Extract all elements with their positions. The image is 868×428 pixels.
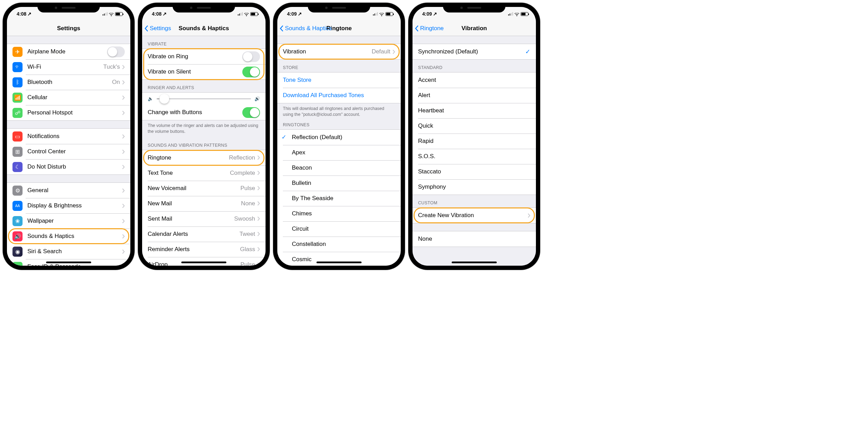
ringtone-constellation[interactable]: ✓ Constellation	[277, 237, 401, 252]
row-value: Complete	[230, 170, 255, 177]
back-label: Settings	[150, 25, 171, 32]
ringtone-by-the-seaside[interactable]: ✓ By The Seaside	[277, 191, 401, 206]
change-with-buttons-toggle[interactable]	[242, 107, 260, 118]
notch	[37, 3, 100, 12]
vibration-alert[interactable]: Alert	[413, 88, 536, 103]
display-icon: AA	[12, 201, 23, 211]
back-button[interactable]: Sounds & Haptics	[279, 25, 332, 32]
location-icon: ↗	[433, 11, 437, 17]
cc-icon: ⊞	[12, 147, 23, 157]
row-airplane-mode[interactable]: ✈ Airplane Mode	[7, 44, 130, 59]
location-icon: ↗	[27, 11, 32, 17]
none-row[interactable]: None	[413, 231, 536, 247]
row-label: Accent	[418, 77, 530, 84]
ringtone-cosmic[interactable]: ✓ Cosmic	[277, 252, 401, 266]
synchronized-row[interactable]: Synchronized (Default) ✓	[413, 44, 536, 59]
row-label: Circuit	[292, 225, 395, 232]
row-label: Heartbeat	[418, 107, 530, 114]
ringtone-circuit[interactable]: ✓ Circuit	[277, 221, 401, 237]
back-button[interactable]: Ringtone	[415, 25, 444, 32]
vibration-quick[interactable]: Quick	[413, 118, 536, 134]
battery-icon	[521, 12, 528, 16]
row-wi-fi[interactable]: ᯤ Wi-FiTuck's	[7, 59, 130, 75]
row-link: Tone Store	[283, 77, 395, 84]
vibration-row[interactable]: Vibration Default	[277, 44, 401, 59]
row-general[interactable]: ⚙ General	[7, 183, 130, 198]
ringer-volume-slider[interactable]: 🔈 🔊	[142, 93, 266, 105]
row-label: By The Seaside	[292, 195, 395, 202]
row-bluetooth[interactable]: ᛒ BluetoothOn	[7, 75, 130, 90]
row-wallpaper[interactable]: ❀ Wallpaper	[7, 213, 130, 229]
toggle[interactable]	[242, 51, 260, 62]
back-button[interactable]: Settings	[144, 25, 171, 32]
ringtone-bulletin[interactable]: ✓ Bulletin	[277, 176, 401, 191]
notif-icon: ▭	[12, 131, 23, 142]
row-reminder-alerts[interactable]: Reminder Alerts Glass	[142, 242, 266, 257]
row-calendar-alerts[interactable]: Calendar Alerts Tweet	[142, 226, 266, 242]
toggle[interactable]	[242, 67, 260, 77]
ringtone-apex[interactable]: ✓ Apex	[277, 145, 401, 160]
settings-list[interactable]: Synchronized (Default) ✓ STANDARD Accent…	[413, 36, 536, 266]
vibration-rapid[interactable]: Rapid	[413, 134, 536, 149]
row-control-center[interactable]: ⊞ Control Center	[7, 144, 130, 159]
row-link: Download All Purchased Tones	[283, 92, 395, 99]
row-sounds-haptics[interactable]: 🔊 Sounds & Haptics	[7, 229, 130, 244]
row-label: Constellation	[292, 241, 395, 248]
checkmark-icon: ✓	[525, 48, 530, 55]
airplane-mode-toggle[interactable]	[107, 46, 125, 57]
row-label: Alert	[418, 92, 530, 99]
chevron-right-icon	[122, 188, 125, 193]
home-indicator[interactable]	[46, 262, 91, 263]
vibration-heartbeat[interactable]: Heartbeat	[413, 103, 536, 118]
row-tone-store[interactable]: Tone Store	[277, 72, 401, 88]
row-new-voicemail[interactable]: New Voicemail Pulse	[142, 181, 266, 196]
home-indicator[interactable]	[316, 262, 362, 263]
notch	[308, 3, 370, 12]
row-text-tone[interactable]: Text Tone Complete	[142, 165, 266, 181]
chevron-right-icon	[122, 111, 125, 115]
change-with-buttons-row[interactable]: Change with Buttons	[142, 105, 266, 120]
status-time: 4:08	[152, 11, 162, 17]
chevron-right-icon	[528, 213, 530, 218]
row-do-not-disturb[interactable]: ☾ Do Not Disturb	[7, 159, 130, 174]
vibration-staccato[interactable]: Staccato	[413, 164, 536, 179]
row-label: Vibration	[283, 48, 372, 55]
settings-list[interactable]: Vibration Default STORE Tone Store Downl…	[277, 36, 401, 266]
chevron-right-icon	[257, 232, 260, 236]
chevron-right-icon	[122, 165, 125, 169]
row-vibrate-on-ring[interactable]: Vibrate on Ring	[142, 49, 266, 64]
nav-bar: Settings Sounds & Haptics	[142, 21, 266, 36]
create-new-vibration-row[interactable]: Create New Vibration	[413, 208, 536, 223]
bluetooth-icon: ᛒ	[12, 77, 23, 87]
row-ringtone[interactable]: Ringtone Reflection	[142, 150, 266, 165]
ringtone-reflection-default-[interactable]: ✓ Reflection (Default)	[277, 130, 401, 145]
row-value: Tuck's	[103, 63, 120, 70]
row-download-all-purchased-tones[interactable]: Download All Purchased Tones	[277, 88, 401, 103]
ringtone-beacon[interactable]: ✓ Beacon	[277, 160, 401, 176]
ringtone-chimes[interactable]: ✓ Chimes	[277, 206, 401, 221]
battery-icon	[115, 12, 123, 16]
row-siri-search[interactable]: ◉ Siri & Search	[7, 244, 130, 259]
row-notifications[interactable]: ▭ Notifications	[7, 129, 130, 144]
row-display-brightness[interactable]: AA Display & Brightness	[7, 198, 130, 213]
vibration-s-o-s-[interactable]: S.O.S.	[413, 149, 536, 164]
settings-list[interactable]: ✈ Airplane Mode ᯤ Wi-FiTuck's ᛒ Bluetoot…	[7, 36, 130, 266]
vibration-accent[interactable]: Accent	[413, 72, 536, 88]
page-title: Sounds & Haptics	[179, 25, 229, 32]
home-indicator[interactable]	[452, 262, 497, 263]
settings-list[interactable]: VIBRATE Vibrate on Ring Vibrate on Silen…	[142, 36, 266, 266]
row-vibrate-on-silent[interactable]: Vibrate on Silent	[142, 64, 266, 79]
row-sent-mail[interactable]: Sent Mail Swoosh	[142, 211, 266, 226]
section-header-standard: STANDARD	[413, 60, 536, 72]
row-label: Bluetooth	[27, 79, 112, 86]
row-label: Control Center	[27, 148, 122, 155]
store-footer: This will download all ringtones and ale…	[277, 103, 401, 120]
row-personal-hotspot[interactable]: ☍ Personal Hotspot	[7, 105, 130, 120]
row-cellular[interactable]: 📶 Cellular	[7, 90, 130, 105]
home-indicator[interactable]	[181, 262, 226, 263]
row-value: Glass	[240, 246, 255, 253]
location-icon: ↗	[298, 11, 302, 17]
row-new-mail[interactable]: New Mail None	[142, 196, 266, 211]
vibration-symphony[interactable]: Symphony	[413, 179, 536, 195]
wifi-icon: ᯤ	[12, 62, 23, 72]
